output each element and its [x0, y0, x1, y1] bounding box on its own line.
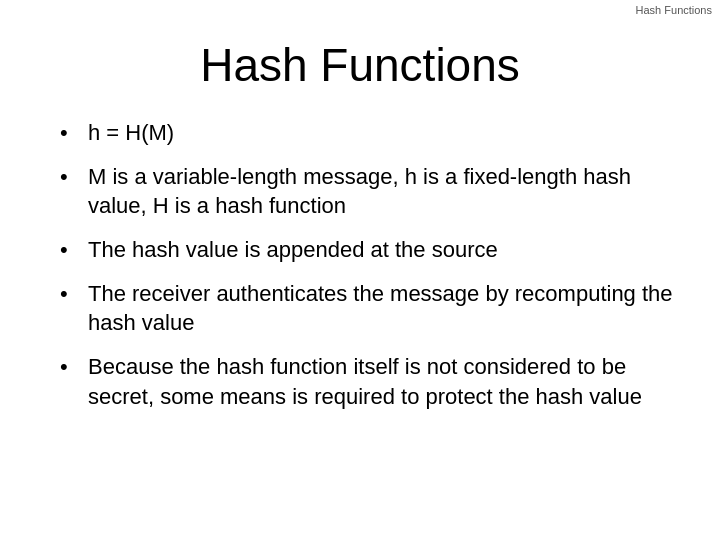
- bullet-text: The hash value is appended at the source: [88, 235, 680, 265]
- bullet-text: Because the hash function itself is not …: [88, 352, 680, 411]
- bullet-text: h = H(M): [88, 118, 680, 148]
- slide-container: Hash Functions Hash Functions •h = H(M)•…: [0, 0, 720, 540]
- bullet-dot-icon: •: [60, 118, 88, 148]
- bullet-text: M is a variable-length message, h is a f…: [88, 162, 680, 221]
- header-label: Hash Functions: [636, 4, 712, 16]
- list-item: •The hash value is appended at the sourc…: [60, 235, 680, 265]
- bullet-dot-icon: •: [60, 279, 88, 309]
- bullet-list: •h = H(M)•M is a variable-length message…: [60, 118, 680, 412]
- list-item: •h = H(M): [60, 118, 680, 148]
- page-title: Hash Functions: [0, 0, 720, 110]
- bullet-dot-icon: •: [60, 162, 88, 192]
- list-item: •M is a variable-length message, h is a …: [60, 162, 680, 221]
- bullet-dot-icon: •: [60, 235, 88, 265]
- list-item: •Because the hash function itself is not…: [60, 352, 680, 411]
- bullet-dot-icon: •: [60, 352, 88, 382]
- bullet-text: The receiver authenticates the message b…: [88, 279, 680, 338]
- content-area: •h = H(M)•M is a variable-length message…: [0, 110, 720, 412]
- list-item: •The receiver authenticates the message …: [60, 279, 680, 338]
